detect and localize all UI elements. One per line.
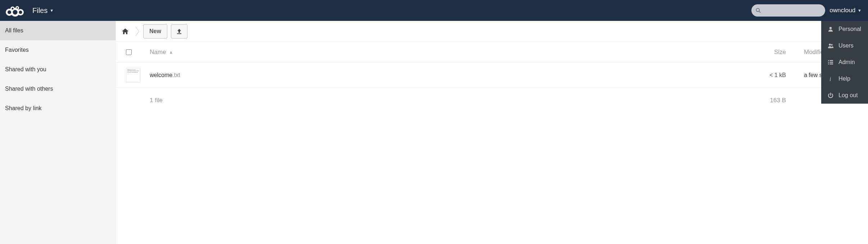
content-area: All files Favorites Shared with you Shar… (0, 21, 868, 244)
svg-point-6 (13, 10, 18, 15)
app-name-label: Files (32, 6, 48, 15)
sidebar-item-shared-with-others[interactable]: Shared with others (0, 79, 116, 99)
svg-text:i: i (829, 76, 831, 82)
svg-rect-20 (830, 64, 833, 65)
menu-item-label: Log out (838, 92, 858, 99)
svg-point-7 (19, 11, 22, 14)
summary-size: 163 B (743, 97, 790, 104)
table-row[interactable]: Welcome to your ownCloud account! This i… (116, 63, 868, 88)
menu-item-admin[interactable]: Admin (821, 54, 868, 71)
controls-bar: New (116, 21, 868, 42)
logo-area: Files ▼ (0, 0, 54, 21)
menu-item-personal[interactable]: Personal (821, 21, 868, 37)
user-menu-trigger[interactable]: owncloud ▼ (829, 7, 864, 14)
search-box[interactable] (751, 4, 825, 17)
file-table: Name ▲ Size Modified Welcome to your own… (116, 42, 868, 113)
column-header-size[interactable]: Size (743, 49, 790, 56)
sidebar-item-shared-by-link[interactable]: Shared by link (0, 99, 116, 118)
menu-item-label: Admin (838, 59, 855, 65)
svg-point-9 (17, 7, 18, 9)
column-label: Size (774, 49, 786, 55)
text-file-icon: Welcome to your ownCloud account! This i… (126, 68, 140, 82)
top-header: Files ▼ owncloud ▼ Personal (0, 0, 868, 21)
upload-icon (176, 28, 182, 35)
svg-point-13 (829, 44, 831, 46)
summary-count: 1 file (150, 97, 743, 104)
sidebar-item-label: Shared by link (5, 105, 41, 111)
caret-down-icon: ▼ (858, 8, 862, 13)
sort-asc-icon: ▲ (169, 50, 173, 55)
app-switcher[interactable]: Files ▼ (32, 6, 54, 15)
breadcrumb (122, 26, 140, 36)
svg-rect-22 (177, 33, 181, 34)
owncloud-logo-icon (4, 4, 26, 17)
upload-button[interactable] (171, 24, 187, 39)
svg-rect-17 (828, 62, 829, 63)
list-icon (828, 59, 833, 65)
menu-item-label: Help (838, 76, 850, 82)
button-label: New (149, 28, 161, 35)
select-all-checkbox[interactable] (126, 49, 132, 55)
column-label: Name (150, 49, 166, 56)
file-basename: welcome (150, 72, 172, 78)
breadcrumb-sep-icon (135, 26, 140, 36)
user-dropdown: Personal Users Admin i (821, 21, 868, 104)
svg-rect-19 (828, 64, 829, 65)
person-icon (828, 26, 833, 32)
home-icon[interactable] (122, 28, 129, 35)
svg-point-14 (831, 44, 832, 45)
menu-item-logout[interactable]: Log out (821, 87, 868, 104)
users-icon (828, 43, 833, 49)
svg-rect-16 (830, 60, 833, 61)
main-panel: New Name ▲ Size (116, 21, 868, 244)
new-button[interactable]: New (143, 24, 167, 39)
svg-rect-18 (830, 62, 833, 63)
menu-item-label: Users (838, 42, 854, 49)
sidebar-item-label: Shared with others (5, 86, 53, 92)
file-ext: .txt (172, 72, 180, 78)
svg-line-11 (759, 11, 761, 13)
svg-point-12 (829, 27, 832, 29)
sidebar-item-label: Shared with you (5, 66, 46, 72)
header-right: owncloud ▼ (751, 4, 864, 17)
username-label: owncloud (829, 7, 855, 14)
search-icon (756, 8, 761, 13)
svg-point-5 (8, 10, 11, 14)
column-header-name[interactable]: Name ▲ (150, 49, 743, 56)
sidebar-item-label: Favorites (5, 47, 29, 53)
menu-item-help[interactable]: i Help (821, 71, 868, 87)
info-icon: i (828, 76, 833, 82)
column-select-all (126, 49, 150, 55)
power-icon (828, 92, 833, 98)
menu-item-label: Personal (838, 26, 861, 32)
table-summary: 1 file 163 B (116, 88, 868, 113)
svg-point-8 (12, 8, 14, 10)
svg-point-10 (756, 8, 760, 12)
sidebar-item-favorites[interactable]: Favorites (0, 40, 116, 60)
menu-item-users[interactable]: Users (821, 37, 868, 54)
file-size: < 1 kB (743, 72, 790, 78)
sidebar-item-shared-with-you[interactable]: Shared with you (0, 60, 116, 79)
table-header: Name ▲ Size Modified (116, 42, 868, 63)
sidebar: All files Favorites Shared with you Shar… (0, 21, 116, 244)
sidebar-item-label: All files (5, 27, 23, 33)
file-thumb: Welcome to your ownCloud account! This i… (126, 68, 150, 82)
search-input[interactable] (763, 8, 821, 13)
svg-rect-15 (828, 60, 829, 61)
caret-down-icon: ▼ (50, 8, 54, 13)
sidebar-item-all-files[interactable]: All files (0, 21, 116, 40)
file-name[interactable]: welcome.txt (150, 72, 743, 78)
